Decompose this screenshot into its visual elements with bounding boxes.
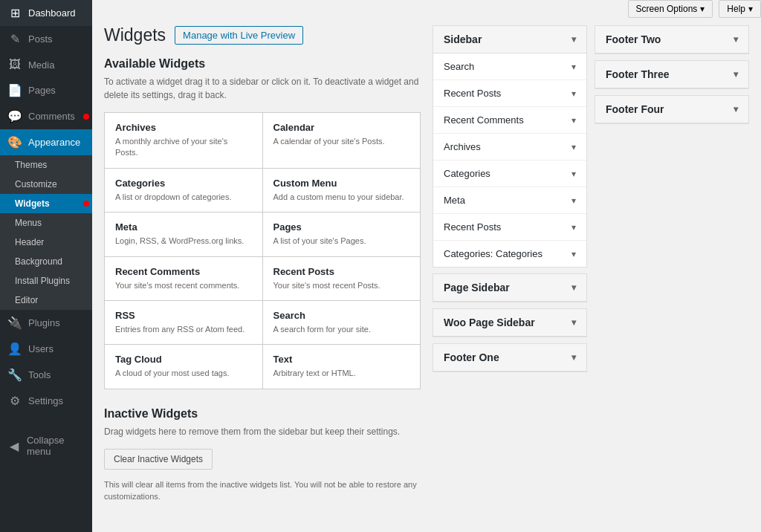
sidebar-item-media[interactable]: 🖼 Media [0,52,92,77]
sidebar-widget-categories-name: Categories [444,168,490,179]
sidebar-widget-search[interactable]: Search ▾ [433,53,586,80]
sidebar-item-settings[interactable]: ⚙ Settings [0,388,92,414]
footer-one-title: Footer One [444,351,499,363]
sidebar-widget-recent-posts[interactable]: Recent Posts ▾ [433,80,586,107]
comments-badge [83,114,89,120]
widget-text-desc: Arbitrary text or HTML. [273,368,410,379]
widget-tag-cloud-desc: A cloud of your most used tags. [115,368,252,379]
widget-recent-comments[interactable]: Recent Comments Your site's most recent … [105,257,262,300]
page-sidebar-area-title: Page Sidebar [444,282,510,293]
sidebar-item-dashboard[interactable]: ⊞ Dashboard [0,0,92,26]
live-preview-link[interactable]: Manage with Live Preview [175,26,303,45]
page-sidebar-area-header[interactable]: Page Sidebar ▾ [433,274,586,302]
settings-icon: ⚙ [7,394,22,408]
sidebar-item-customize[interactable]: Customize [0,175,92,194]
available-widgets-title: Available Widgets [104,57,421,71]
footer-two-chevron: ▾ [734,34,738,45]
sidebar-area-chevron: ▾ [571,34,576,45]
sidebar-widget-meta[interactable]: Meta ▾ [433,187,586,214]
footer-two-widget-area: Footer Two ▾ [595,25,749,54]
page-sidebar-widget-area: Page Sidebar ▾ [433,273,587,302]
sidebar-item-appearance[interactable]: 🎨 Appearance [0,129,92,155]
sidebar-widget-recent-posts-chevron: ▾ [571,88,576,99]
header-label: Header [15,237,44,247]
widget-calendar-desc: A calendar of your site's Posts. [273,136,410,147]
sidebar-item-themes[interactable]: Themes [0,155,92,175]
sidebar-widget-search-chevron: ▾ [571,62,576,72]
footer-four-title: Footer Four [606,103,664,115]
sidebar-item-menus[interactable]: Menus [0,213,92,233]
right-sidebar-column: Footer Two ▾ Footer Three ▾ Footer Four [595,25,749,503]
widgets-grid: Archives A monthly archive of your site'… [104,112,421,389]
available-widgets-desc: To activate a widget drag it to a sideba… [104,75,421,102]
page-header: Widgets Manage with Live Preview [104,25,421,45]
widget-meta[interactable]: Meta Login, RSS, & WordPress.org links. [105,213,262,256]
sidebar-item-background[interactable]: Background [0,252,92,271]
sidebar-item-plugins[interactable]: 🔌 Plugins [0,310,92,336]
widget-text[interactable]: Text Arbitrary text or HTML. [263,345,421,388]
sidebar-item-users[interactable]: 👤 Users [0,336,92,362]
sidebar-item-label: Posts [28,33,53,45]
help-button[interactable]: Help ▾ [719,0,761,18]
widget-rss[interactable]: RSS Entries from any RSS or Atom feed. [105,301,262,344]
sidebar-item-label: Comments [28,111,75,122]
customize-label: Customize [15,179,57,189]
sidebar-item-comments[interactable]: 💬 Comments [0,103,92,129]
sidebar-item-header[interactable]: Header [0,233,92,252]
sidebar-widget-recent-posts-2-chevron: ▾ [571,222,576,233]
widget-categories-name: Categories [115,178,252,189]
screen-options-button[interactable]: Screen Options ▾ [628,0,713,18]
widget-calendar-name: Calendar [273,122,410,133]
sidebar-item-install-plugins[interactable]: Install Plugins [0,271,92,291]
widget-meta-name: Meta [115,221,252,233]
footer-three-header[interactable]: Footer Three ▾ [595,61,748,88]
sidebar: ⊞ Dashboard ✎ Posts 🖼 Media 📄 Pages 💬 Co… [0,0,92,532]
sidebar-item-label: Media [28,59,54,71]
widget-calendar[interactable]: Calendar A calendar of your site's Posts… [263,113,421,168]
footer-one-header[interactable]: Footer One ▾ [433,344,586,372]
widget-pages-name: Pages [273,221,410,233]
footer-four-header[interactable]: Footer Four ▾ [595,96,748,123]
sidebar-widget-categories[interactable]: Categories ▾ [433,160,586,187]
sidebar-widget-recent-comments[interactable]: Recent Comments ▾ [433,107,586,134]
widget-custom-menu-desc: Add a custom menu to your sidebar. [273,192,410,203]
widget-archives[interactable]: Archives A monthly archive of your site'… [105,113,262,168]
sidebar-widget-recent-posts-name: Recent Posts [444,88,501,99]
widget-recent-posts[interactable]: Recent Posts Your site's most recent Pos… [263,257,421,300]
left-sidebar-column: Sidebar ▾ Search ▾ Recent Posts ▾ Recent… [433,25,587,503]
background-label: Background [15,256,62,267]
sidebar-widget-categories-categories-name: Categories: Categories [444,248,543,259]
inactive-widgets-section: Inactive Widgets Drag widgets here to re… [104,407,421,503]
top-bar: Screen Options ▾ Help ▾ [92,0,761,18]
widget-archives-desc: A monthly archive of your site's Posts. [115,136,252,159]
sidebar-item-posts[interactable]: ✎ Posts [0,26,92,52]
sidebar-widget-categories-categories[interactable]: Categories: Categories ▾ [433,241,586,267]
sidebar-item-widgets[interactable]: Widgets [0,194,92,213]
widget-tag-cloud-name: Tag Cloud [115,354,252,365]
widget-tag-cloud[interactable]: Tag Cloud A cloud of your most used tags… [105,345,262,388]
woo-page-sidebar-header[interactable]: Woo Page Sidebar ▾ [433,309,586,337]
clear-inactive-button[interactable]: Clear Inactive Widgets [104,449,213,470]
sidebar-item-editor[interactable]: Editor [0,291,92,310]
sidebar-item-pages[interactable]: 📄 Pages [0,77,92,103]
clear-note: This will clear all items from the inact… [104,479,421,503]
sidebar-item-tools[interactable]: 🔧 Tools [0,362,92,388]
widget-categories[interactable]: Categories A list or dropdown of categor… [105,169,262,212]
sidebar-widget-archives[interactable]: Archives ▾ [433,134,586,160]
sidebar-item-label: Plugins [28,317,60,328]
footer-two-header[interactable]: Footer Two ▾ [595,26,748,53]
comments-icon: 💬 [7,109,22,123]
sidebar-area-header[interactable]: Sidebar ▾ [433,26,586,53]
footer-two-title: Footer Two [606,33,661,45]
sidebar-item-collapse[interactable]: ◀ Collapse menu [0,429,92,463]
widget-meta-desc: Login, RSS, & WordPress.org links. [115,236,252,247]
widget-search[interactable]: Search A search form for your site. [263,301,421,344]
widget-search-name: Search [273,310,410,321]
widget-pages-desc: A list of your site's Pages. [273,236,410,247]
widget-recent-comments-name: Recent Comments [115,266,252,277]
widget-custom-menu[interactable]: Custom Menu Add a custom menu to your si… [263,169,421,212]
footer-four-widget-area: Footer Four ▾ [595,95,749,124]
sidebar-widget-recent-posts-2[interactable]: Recent Posts ▾ [433,214,586,241]
widget-pages[interactable]: Pages A list of your site's Pages. [263,213,421,256]
widget-rss-desc: Entries from any RSS or Atom feed. [115,324,252,335]
